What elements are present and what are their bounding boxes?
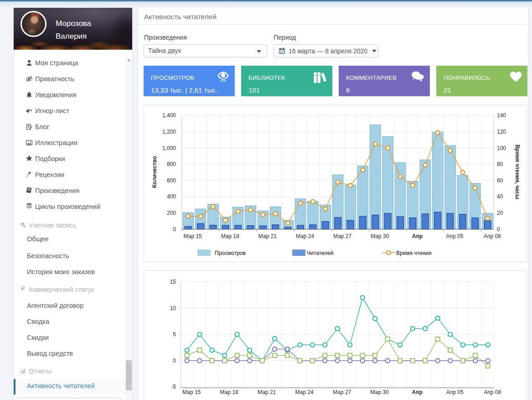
svg-text:0: 0 xyxy=(497,226,500,233)
svg-text:Мар 21: Мар 21 xyxy=(258,233,277,239)
svg-text:40: 40 xyxy=(497,193,503,200)
svg-text:Мар 30: Мар 30 xyxy=(371,233,389,239)
svg-text:200: 200 xyxy=(167,210,176,216)
svg-text:Мар 15: Мар 15 xyxy=(184,233,202,239)
svg-text:10: 10 xyxy=(170,305,176,312)
svg-text:Мар 27: Мар 27 xyxy=(333,233,351,239)
svg-text:Мар 15: Мар 15 xyxy=(182,389,201,395)
svg-text:Апр 05: Апр 05 xyxy=(446,389,464,395)
svg-text:Мар 24: Мар 24 xyxy=(296,233,314,239)
svg-text:5: 5 xyxy=(173,331,176,338)
svg-text:Мар 24: Мар 24 xyxy=(295,389,314,395)
svg-text:120: 120 xyxy=(497,129,506,135)
svg-text:Мар 18: Мар 18 xyxy=(221,233,239,239)
svg-text:Мар 27: Мар 27 xyxy=(333,389,351,395)
svg-text:80: 80 xyxy=(497,161,503,167)
svg-text:Просмотров: Просмотров xyxy=(215,250,246,256)
svg-text:Апр: Апр xyxy=(412,389,423,395)
svg-text:400: 400 xyxy=(167,193,176,200)
svg-text:Количество: Количество xyxy=(151,156,158,188)
svg-text:Мар 21: Мар 21 xyxy=(258,389,276,395)
svg-text:600: 600 xyxy=(167,177,176,184)
svg-text:Апр 08: Апр 08 xyxy=(484,389,501,395)
svg-text:1,200: 1,200 xyxy=(162,129,176,135)
svg-text:Мар 18: Мар 18 xyxy=(220,389,238,395)
svg-text:-5: -5 xyxy=(171,384,176,390)
svg-text:20: 20 xyxy=(497,210,503,216)
svg-text:0: 0 xyxy=(173,226,176,233)
svg-text:Время чтения: Время чтения xyxy=(396,250,432,256)
svg-text:140: 140 xyxy=(497,112,506,119)
svg-text:Апр 08: Апр 08 xyxy=(484,233,501,239)
svg-text:100: 100 xyxy=(497,145,506,151)
svg-text:15: 15 xyxy=(170,279,176,285)
svg-text:Апр 05: Апр 05 xyxy=(446,233,464,239)
svg-text:Мар 30: Мар 30 xyxy=(371,389,389,395)
svg-text:800: 800 xyxy=(167,161,176,167)
svg-text:60: 60 xyxy=(497,177,503,184)
svg-text:1,400: 1,400 xyxy=(162,112,176,119)
svg-text:1,000: 1,000 xyxy=(162,145,176,151)
svg-text:Апр: Апр xyxy=(412,233,423,239)
svg-text:0: 0 xyxy=(173,358,176,364)
svg-text:Время чтения, часы: Время чтения, часы xyxy=(514,145,521,199)
svg-text:Читателей: Читателей xyxy=(307,250,334,256)
